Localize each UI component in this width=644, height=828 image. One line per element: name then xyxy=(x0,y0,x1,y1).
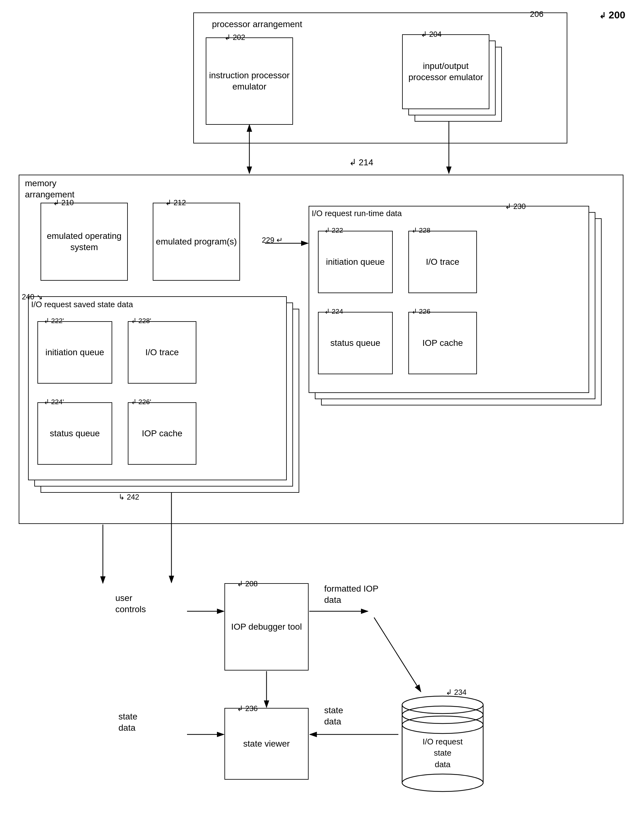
svg-point-1 xyxy=(402,696,483,714)
state-data-right-label: statedata xyxy=(324,705,343,728)
initiation-queue-rt-box: initiation queue xyxy=(318,231,393,293)
ref-230: ↲ 230 xyxy=(505,202,526,211)
io-saved-label: I/O request saved state data xyxy=(31,300,133,310)
ref-222-sv: ↲ 222' xyxy=(44,317,64,325)
ref-210: ↲ 210 xyxy=(53,198,74,207)
ref-228-sv: ↲ 228' xyxy=(131,317,151,325)
ref-208: ↲ 208 xyxy=(237,579,258,588)
ref-204: ↲ 204 xyxy=(421,30,442,39)
initiation-queue-sv-box: initiation queue xyxy=(38,321,112,384)
diagram-ref-200: ↲ 200 xyxy=(599,9,625,21)
ref-236: ↲ 236 xyxy=(237,704,258,713)
status-queue-rt-box: status queue xyxy=(318,312,393,374)
ref-226-sv: ↲ 226' xyxy=(131,398,151,406)
io-state-data-label: I/O requeststatedata xyxy=(399,736,486,770)
diagram: ↲ 200 206 processor arrangement instruct… xyxy=(0,0,644,828)
state-viewer-box: state viewer xyxy=(224,708,309,779)
ref-234: ↲ 234 xyxy=(446,688,467,697)
ref-229: 229 ↵ xyxy=(262,236,283,245)
emulated-programs-box: emulated program(s) xyxy=(153,203,240,281)
io-runtime-label: I/O request run-time data xyxy=(312,208,402,219)
ref-212: ↲ 212 xyxy=(165,198,186,207)
ref-224-sv: ↲ 224' xyxy=(44,398,64,406)
io-trace-sv-box: I/O trace xyxy=(128,321,196,384)
ref-206: 206 xyxy=(530,9,543,19)
ref-242: ↳ 242 xyxy=(118,493,139,502)
emulated-os-box: emulated operating system xyxy=(41,203,128,281)
ref-240: 240 ↘ xyxy=(22,293,43,301)
memory-arrangement-label: memoryarrangement xyxy=(25,178,75,201)
iop-cache-sv-box: IOP cache xyxy=(128,402,196,465)
io-processor-box-main: input/output processor emulator xyxy=(402,34,489,109)
instruction-processor-box: instruction processor emulator xyxy=(206,38,293,125)
svg-text:↲ 214: ↲ 214 xyxy=(349,157,373,167)
ref-222: ↲ 222 xyxy=(324,226,343,235)
status-queue-sv-box: status queue xyxy=(38,402,112,465)
svg-line-16 xyxy=(374,618,421,692)
svg-point-4 xyxy=(402,774,483,792)
processor-arrangement-label: processor arrangement xyxy=(212,19,302,30)
ref-224: ↲ 224 xyxy=(324,307,343,315)
ref-202: ↲ 202 xyxy=(224,33,245,42)
iop-cache-rt-box: IOP cache xyxy=(408,312,477,374)
iop-debugger-box: IOP debugger tool xyxy=(224,583,309,671)
io-state-data-cylinder: I/O requeststatedata xyxy=(399,692,486,795)
io-trace-rt-box: I/O trace xyxy=(408,231,477,293)
formatted-iop-label: formatted IOPdata xyxy=(324,583,378,606)
state-data-left-label: statedata xyxy=(118,711,138,734)
ref-226: ↲ 226 xyxy=(412,307,431,315)
user-controls-label: usercontrols xyxy=(115,593,146,615)
ref-228: ↲ 228 xyxy=(412,226,431,235)
